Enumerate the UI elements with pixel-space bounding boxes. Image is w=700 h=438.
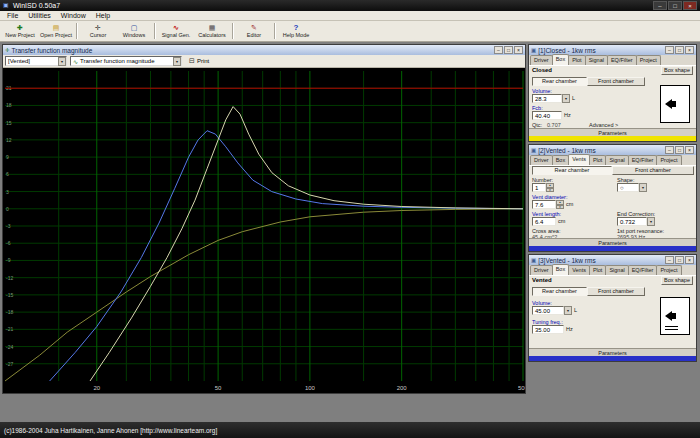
menubar: File Utilities Window Help: [0, 11, 700, 21]
tab-plot[interactable]: Plot: [589, 265, 606, 275]
parameters-bar[interactable]: Parameters: [529, 238, 696, 246]
tuning-freq-input[interactable]: 35.00: [532, 325, 564, 334]
menu-utilities[interactable]: Utilities: [23, 12, 56, 19]
panel-tabs: Driver Box Vents Plot Signal EQ/Filter P…: [529, 265, 696, 276]
main-toolbar: ✚ New Project ▤ Open Project ✛ Cursor ▢ …: [0, 21, 700, 42]
windows-button[interactable]: ▢ Windows: [116, 22, 152, 41]
graph-window-titlebar[interactable]: ✛ Transfer function magnitude – □ ×: [3, 45, 525, 55]
close-button[interactable]: ×: [685, 146, 694, 154]
minimize-button[interactable]: –: [665, 46, 674, 54]
new-project-button[interactable]: ✚ New Project: [2, 22, 38, 41]
cursor-label: Cursor: [90, 32, 107, 38]
tab-box[interactable]: Box: [552, 264, 569, 275]
tab-driver[interactable]: Driver: [530, 265, 553, 275]
editor-button[interactable]: ✎ Editor: [236, 22, 272, 41]
tab-eq-filter[interactable]: EQ/Filter: [628, 155, 658, 165]
vent-number-input[interactable]: 1: [532, 183, 546, 192]
tab-signal[interactable]: Signal: [605, 265, 628, 275]
vent-length-unit: cm: [558, 218, 565, 224]
close-button[interactable]: ×: [514, 46, 523, 54]
graph-type-selector[interactable]: ∿ Transfer function magnitude ▼: [70, 56, 182, 66]
rear-chamber-button[interactable]: Rear chamber: [532, 77, 587, 86]
menu-window[interactable]: Window: [56, 12, 91, 19]
front-chamber-button[interactable]: Front chamber: [587, 287, 645, 296]
svg-text:-12: -12: [6, 275, 13, 281]
vent-diameter-unit: cm: [566, 201, 573, 207]
qtc-label: Qtc:: [532, 122, 542, 128]
maximize-button[interactable]: □: [675, 46, 684, 54]
tab-project[interactable]: Project: [636, 55, 661, 65]
new-project-label: New Project: [5, 32, 35, 38]
calculators-label: Calculators: [198, 32, 226, 38]
front-chamber-button[interactable]: Front chamber: [612, 166, 694, 175]
parameters-bar[interactable]: Parameters: [529, 128, 696, 136]
maximize-button[interactable]: □: [668, 1, 682, 10]
minimize-button[interactable]: –: [665, 256, 674, 264]
maximize-button[interactable]: □: [675, 146, 684, 154]
tab-vents[interactable]: Vents: [568, 154, 590, 165]
rear-chamber-button[interactable]: Rear chamber: [532, 166, 612, 175]
tab-driver[interactable]: Driver: [530, 55, 553, 65]
rear-chamber-button[interactable]: Rear chamber: [532, 287, 587, 296]
open-project-button[interactable]: ▤ Open Project: [38, 22, 74, 41]
tab-signal[interactable]: Signal: [585, 55, 608, 65]
transfer-function-plot[interactable]: 2050100200500-27-24-21-18-15-12-9-6-3036…: [3, 68, 525, 393]
vent-number-stepper[interactable]: ▲▼: [546, 183, 554, 192]
calculators-button[interactable]: ▦ Calculators: [194, 22, 230, 41]
vent-diameter-input[interactable]: 7.6: [532, 200, 556, 209]
volume-unit-dropdown[interactable]: ▼: [562, 94, 570, 103]
box-shape-button[interactable]: Box shape: [661, 276, 693, 285]
graph-window: ✛ Transfer function magnitude – □ × [Ven…: [2, 44, 526, 394]
print-button[interactable]: ⊟ Print: [185, 56, 213, 67]
end-correction-row: 0.732▼: [617, 217, 655, 226]
minimize-button[interactable]: –: [494, 46, 503, 54]
tab-project[interactable]: Project: [656, 265, 681, 275]
tab-box[interactable]: Box: [552, 54, 569, 65]
windows-icon: ▢: [131, 24, 138, 32]
maximize-button[interactable]: □: [504, 46, 513, 54]
close-button[interactable]: ×: [685, 256, 694, 264]
menu-help[interactable]: Help: [91, 12, 115, 19]
vent-diameter-stepper[interactable]: ▲▼: [556, 200, 564, 209]
end-correction-select[interactable]: 0.732: [617, 217, 647, 226]
tab-signal[interactable]: Signal: [605, 155, 628, 165]
app-window: ▣ WinISD 0.50a7 – □ × File Utilities Win…: [0, 0, 700, 438]
front-chamber-button[interactable]: Front chamber: [587, 77, 645, 86]
tab-vents[interactable]: Vents: [568, 265, 590, 275]
volume-unit-dropdown[interactable]: ▼: [564, 306, 572, 315]
plot-canvas: 2050100200500-27-24-21-18-15-12-9-6-3036…: [3, 68, 525, 393]
chevron-down-icon[interactable]: ▼: [647, 217, 655, 226]
close-button[interactable]: ×: [683, 1, 697, 10]
signal-gen-button[interactable]: ∿ Signal Gen.: [158, 22, 194, 41]
close-button[interactable]: ×: [685, 46, 694, 54]
tab-plot[interactable]: Plot: [589, 155, 606, 165]
cursor-button[interactable]: ✛ Cursor: [80, 22, 116, 41]
minimize-button[interactable]: –: [665, 146, 674, 154]
port-resonance-unit: Hz: [639, 234, 646, 238]
advanced-link[interactable]: Advanced >: [589, 122, 618, 128]
volume-input[interactable]: 45.00: [532, 306, 564, 315]
panel-titlebar[interactable]: ▣ [2]Vented - 1kw rms – □ ×: [529, 145, 696, 155]
project-window-icon: ▣: [531, 47, 536, 54]
box-shape-button[interactable]: Box shape: [661, 66, 693, 75]
project-selector[interactable]: [Vented] ▼: [5, 56, 67, 66]
maximize-button[interactable]: □: [675, 256, 684, 264]
fcb-input[interactable]: 40.40: [532, 111, 562, 120]
app-titlebar: ▣ WinISD 0.50a7 – □ ×: [0, 0, 700, 11]
tab-driver[interactable]: Driver: [530, 155, 553, 165]
menu-file[interactable]: File: [2, 12, 23, 19]
box-type-label: Vented: [532, 277, 552, 283]
tab-project[interactable]: Project: [656, 155, 681, 165]
tab-box[interactable]: Box: [552, 155, 569, 165]
parameters-bar[interactable]: Parameters: [529, 348, 696, 356]
vent-length-input[interactable]: 6.4: [532, 217, 556, 226]
minimize-button[interactable]: –: [653, 1, 667, 10]
help-mode-button[interactable]: ? Help Mode: [278, 22, 314, 41]
tab-eq-filter[interactable]: EQ/Filter: [607, 55, 637, 65]
svg-text:100: 100: [305, 385, 316, 391]
tab-eq-filter[interactable]: EQ/Filter: [628, 265, 658, 275]
chevron-down-icon[interactable]: ▼: [639, 183, 647, 192]
tab-plot[interactable]: Plot: [568, 55, 585, 65]
volume-input[interactable]: 28.3: [532, 94, 562, 103]
vent-shape-select[interactable]: ○: [617, 183, 639, 192]
